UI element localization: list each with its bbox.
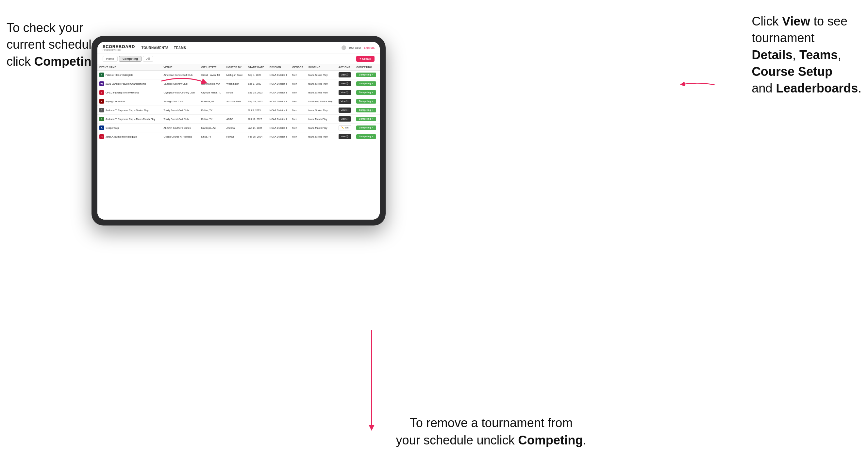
venue-cell: Trinity Forest Golf Club <box>161 115 199 124</box>
gender-cell: Men <box>290 97 306 106</box>
scoring-cell: individual, Stroke Play <box>307 97 337 106</box>
table-row: H John A. Burns Intercollegiate Ocean Co… <box>97 132 380 141</box>
hosted-cell: Michigan State <box>224 71 246 80</box>
start-date-cell: Sep 4, 2023 <box>246 71 268 80</box>
scoring-cell: team, Match Play <box>307 124 337 132</box>
scoring-cell: team, Stroke Play <box>307 106 337 115</box>
gender-cell: Men <box>290 115 306 124</box>
col-venue: VENUE <box>161 64 199 71</box>
hosted-cell: Arizona State <box>224 97 246 106</box>
city-cell: Lihue, HI <box>199 132 224 141</box>
division-cell: NCAA Division I <box>268 88 290 97</box>
nav-teams[interactable]: TEAMS <box>174 46 186 50</box>
arrow-competing-left <box>157 71 209 91</box>
gender-cell: Men <box>290 106 306 115</box>
annotation-top-right: Click View to see tournament Details, Te… <box>752 13 862 97</box>
create-button[interactable]: + Create <box>356 56 374 62</box>
filter-home[interactable]: Home <box>103 56 118 62</box>
actions-cell: View ⓘ <box>337 115 354 124</box>
city-cell: Dallas, TX <box>199 106 224 115</box>
col-gender: GENDER <box>290 64 306 71</box>
table-row: P Papago Individual Papago Golf ClubPhoe… <box>97 97 380 106</box>
event-name-cell: P Papago Individual <box>97 97 161 106</box>
venue-cell: Trinity Forest Golf Club <box>161 106 199 115</box>
competing-cell: Competing ✓ <box>354 80 380 88</box>
competing-cell: Competing ✓ <box>354 115 380 124</box>
scoring-cell: team, Match Play <box>307 115 337 124</box>
division-cell: NCAA Division I <box>268 80 290 88</box>
actions-cell: View ⓘ <box>337 88 354 97</box>
competing-button[interactable]: Competing ✓ <box>356 82 376 86</box>
gender-cell: Men <box>290 71 306 80</box>
actions-cell: View ⓘ <box>337 80 354 88</box>
competing-button[interactable]: Competing ✓ <box>356 72 376 77</box>
venue-cell: Papago Golf Club <box>161 97 199 106</box>
start-date-cell: Oct 11, 2023 <box>246 115 268 124</box>
col-event-name: EVENT NAME <box>97 64 161 71</box>
start-date-cell: Sep 18, 2023 <box>246 97 268 106</box>
view-button[interactable]: View ⓘ <box>339 116 351 122</box>
nav-tournaments[interactable]: TOURNAMENTS <box>142 46 168 50</box>
actions-cell: View ⓘ <box>337 71 354 80</box>
event-name-cell: F Folds of Honor Collegiate <box>97 71 161 80</box>
division-cell: NCAA Division I <box>268 71 290 80</box>
hosted-cell: Arizona <box>224 124 246 132</box>
city-cell: Maricopa, AZ <box>199 124 224 132</box>
event-name-cell: J Jackson T. Stephens Cup – Men's Match … <box>97 115 161 124</box>
competing-button[interactable]: Competing ✓ <box>356 134 376 139</box>
table-row: F Folds of Honor Collegiate American Dun… <box>97 71 380 80</box>
scoring-cell: team, Stroke Play <box>307 71 337 80</box>
competing-button[interactable]: Competing ✓ <box>356 90 376 95</box>
event-name-cell: H John A. Burns Intercollegiate <box>97 132 161 141</box>
gender-cell: Men <box>290 80 306 88</box>
start-date-cell: Jan 14, 2024 <box>246 124 268 132</box>
start-date-cell: Oct 9, 2023 <box>246 106 268 115</box>
division-cell: NCAA Division I <box>268 124 290 132</box>
edit-button[interactable]: ✏️ Edit <box>339 125 351 130</box>
event-name-cell: A Copper Cup <box>97 124 161 132</box>
hosted-cell <box>224 106 246 115</box>
view-button[interactable]: View ⓘ <box>339 99 351 104</box>
arrow-bottom-competing <box>368 330 375 434</box>
tournaments-table: EVENT NAME VENUE CITY, STATE HOSTED BY S… <box>97 64 380 141</box>
event-name-cell: J Jackson T. Stephens Cup – Stroke Play <box>97 106 161 115</box>
col-city: CITY, STATE <box>199 64 224 71</box>
hosted-cell: ABAC <box>224 115 246 124</box>
city-cell: Phoenix, AZ <box>199 97 224 106</box>
start-date-cell: Sep 15, 2023 <box>246 88 268 97</box>
view-button[interactable]: View ⓘ <box>339 81 351 86</box>
nav-links: TOURNAMENTS TEAMS <box>142 46 186 50</box>
competing-button[interactable]: Competing ✓ <box>356 117 376 121</box>
scoreboard-logo: SCOREBOARD Powered by clippi <box>103 44 135 51</box>
sign-out-link[interactable]: Sign out <box>364 46 374 49</box>
table-row: J Jackson T. Stephens Cup – Men's Match … <box>97 115 380 124</box>
gender-cell: Men <box>290 132 306 141</box>
user-name: Test User <box>349 46 361 49</box>
division-cell: NCAA Division I <box>268 106 290 115</box>
hosted-cell: Hawaii <box>224 132 246 141</box>
competing-cell: Competing ✓ <box>354 106 380 115</box>
gender-cell: Men <box>290 124 306 132</box>
start-date-cell: Feb 15, 2024 <box>246 132 268 141</box>
filter-all[interactable]: All <box>143 56 153 62</box>
view-button[interactable]: View ⓘ <box>339 72 351 77</box>
competing-button[interactable]: Competing ✓ <box>356 108 376 113</box>
division-cell: NCAA Division I <box>268 97 290 106</box>
gender-cell: Men <box>290 88 306 97</box>
table-header-row: EVENT NAME VENUE CITY, STATE HOSTED BY S… <box>97 64 380 71</box>
hosted-cell: Washington <box>224 80 246 88</box>
table-row: W 2023 Sahalee Players Championship Saha… <box>97 80 380 88</box>
competing-button[interactable]: Competing ✓ <box>356 125 376 130</box>
table-row: J Jackson T. Stephens Cup – Stroke Play … <box>97 106 380 115</box>
annotation-top-left: To check your current schedule, click Co… <box>6 20 102 70</box>
view-button[interactable]: View ⓘ <box>339 90 351 95</box>
annotation-bottom: To remove a tournament from your schedul… <box>396 414 586 449</box>
view-button[interactable]: View ⓘ <box>339 134 351 139</box>
tablet-frame: SCOREBOARD Powered by clippi TOURNAMENTS… <box>92 36 385 225</box>
competing-cell: Competing ✓ <box>354 124 380 132</box>
nav-right: Test User Sign out <box>342 45 374 50</box>
filter-competing[interactable]: Competing <box>119 56 142 62</box>
view-button[interactable]: View ⓘ <box>339 107 351 113</box>
competing-button[interactable]: Competing ✓ <box>356 99 376 103</box>
actions-cell: View ⓘ <box>337 97 354 106</box>
